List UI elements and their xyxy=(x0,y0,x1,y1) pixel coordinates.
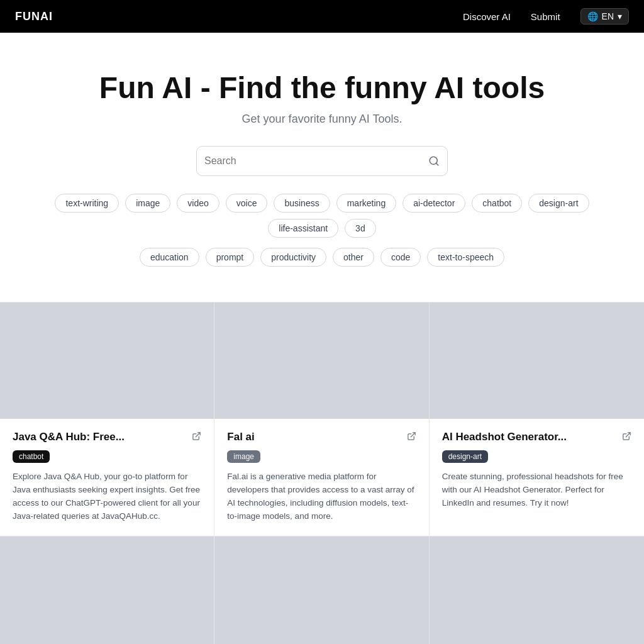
hero-section: Fun AI - Find the funny AI tools Get you… xyxy=(0,33,644,302)
tag-education[interactable]: education xyxy=(140,248,199,267)
card-body-fal: Fal ai image Fal.ai is a generative medi… xyxy=(214,419,428,536)
card-title-row-java: Java Q&A Hub: Free... xyxy=(13,430,201,444)
tag-text-writing[interactable]: text-writing xyxy=(55,194,119,213)
discover-ai-link[interactable]: Discover AI xyxy=(463,11,511,22)
navbar: FUNAI Discover AI Submit 🌐 EN ▾ xyxy=(0,0,644,33)
nav-links: Discover AI Submit 🌐 EN ▾ xyxy=(463,8,629,25)
search-wrapper xyxy=(13,146,631,176)
external-link-icon-fal xyxy=(407,431,416,443)
card-desc-headshot: Create stunning, professional headshots … xyxy=(442,470,631,510)
external-link-icon-headshot xyxy=(622,431,631,443)
tag-design-art[interactable]: design-art xyxy=(528,194,589,213)
card-bottom-1[interactable] xyxy=(0,536,214,644)
card-badge-java: chatbot xyxy=(13,450,50,463)
card-bottom-3[interactable] xyxy=(430,536,644,644)
tag-life-assistant[interactable]: life-assistant xyxy=(268,219,338,238)
search-button[interactable] xyxy=(428,155,440,167)
tag-text-to-speech[interactable]: text-to-speech xyxy=(427,248,504,267)
tag-code[interactable]: code xyxy=(380,248,421,267)
tag-business[interactable]: business xyxy=(274,194,330,213)
tags-row-2: education prompt productivity other code… xyxy=(13,248,631,277)
language-selector[interactable]: 🌐 EN ▾ xyxy=(580,8,629,25)
card-badge-fal: image xyxy=(227,450,260,463)
card-title-headshot: AI Headshot Generator... xyxy=(442,430,617,444)
card-badge-headshot: design-art xyxy=(442,450,488,463)
submit-link[interactable]: Submit xyxy=(531,11,560,22)
tag-prompt[interactable]: prompt xyxy=(206,248,255,267)
site-logo[interactable]: FUNAI xyxy=(15,10,53,23)
hero-title: Fun AI - Find the funny AI tools xyxy=(13,70,631,105)
svg-line-4 xyxy=(626,433,630,437)
external-link-icon xyxy=(192,431,201,443)
card-image-java xyxy=(0,303,214,419)
card-image-fal xyxy=(214,303,428,419)
card-title-fal: Fal ai xyxy=(227,430,401,444)
cards-grid: Java Q&A Hub: Free... chatbot Explore Ja… xyxy=(0,302,644,536)
tag-ai-detector[interactable]: ai-detector xyxy=(402,194,465,213)
card-body-headshot: AI Headshot Generator... design-art Crea… xyxy=(430,419,644,536)
tag-productivity[interactable]: productivity xyxy=(260,248,326,267)
card-ai-headshot[interactable]: AI Headshot Generator... design-art Crea… xyxy=(430,302,644,536)
tag-video[interactable]: video xyxy=(177,194,219,213)
search-box xyxy=(196,146,448,176)
svg-line-2 xyxy=(196,433,201,437)
card-title-row-headshot: AI Headshot Generator... xyxy=(442,430,631,444)
globe-icon: 🌐 xyxy=(587,11,598,21)
tag-image[interactable]: image xyxy=(125,194,170,213)
search-input[interactable] xyxy=(204,155,428,167)
chevron-down-icon: ▾ xyxy=(618,11,622,21)
cards-section: Java Q&A Hub: Free... chatbot Explore Ja… xyxy=(0,302,644,644)
svg-line-3 xyxy=(411,433,415,437)
card-title-java: Java Q&A Hub: Free... xyxy=(13,430,187,444)
tag-other[interactable]: other xyxy=(333,248,374,267)
card-image-headshot xyxy=(430,303,644,419)
card-java-qna[interactable]: Java Q&A Hub: Free... chatbot Explore Ja… xyxy=(0,302,214,536)
tag-voice[interactable]: voice xyxy=(226,194,268,213)
hero-subtitle: Get your favorite funny AI Tools. xyxy=(13,113,631,126)
tag-marketing[interactable]: marketing xyxy=(336,194,396,213)
card-fal-ai[interactable]: Fal ai image Fal.ai is a generative medi… xyxy=(214,302,429,536)
svg-line-1 xyxy=(436,164,438,165)
card-title-row-fal: Fal ai xyxy=(227,430,416,444)
tag-chatbot[interactable]: chatbot xyxy=(472,194,522,213)
language-code: EN xyxy=(602,11,614,21)
card-body-java: Java Q&A Hub: Free... chatbot Explore Ja… xyxy=(0,419,214,536)
card-bottom-2[interactable] xyxy=(214,536,429,644)
cards-grid-bottom xyxy=(0,536,644,644)
tag-3d[interactable]: 3d xyxy=(345,219,376,238)
card-desc-fal: Fal.ai is a generative media platform fo… xyxy=(227,470,416,523)
search-icon xyxy=(428,155,440,167)
card-desc-java: Explore Java Q&A Hub, your go-to platfor… xyxy=(13,470,201,523)
tags-row-1: text-writing image video voice business … xyxy=(13,194,631,248)
